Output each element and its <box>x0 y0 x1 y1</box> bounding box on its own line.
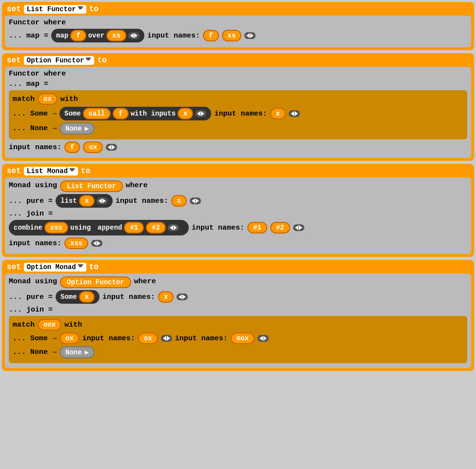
pure-pill-3[interactable]: list x <box>56 194 113 208</box>
map-pill[interactable]: map f over xs <box>51 29 144 42</box>
nav-left-icon <box>170 225 173 230</box>
x-pill-pure[interactable]: x <box>79 195 95 207</box>
xss-pill[interactable]: xss <box>44 222 68 234</box>
map-row: ... map = map f over xs input names: f x… <box>9 29 467 42</box>
match-keyword-2: match <box>13 95 35 103</box>
xs-pill-map[interactable]: xs <box>106 30 126 41</box>
list-text: list <box>60 197 77 205</box>
none-arrow-icon-4: ▶ <box>85 348 89 356</box>
combine-pill[interactable]: combine xss using append #1 #2 <box>9 220 189 235</box>
input-row-3: input names: xss <box>9 237 467 249</box>
nav-arrows-append[interactable] <box>168 224 179 231</box>
nav-arrows-some-4[interactable] <box>161 335 172 342</box>
append-text: append <box>98 224 122 232</box>
block-option-monad: set Option Monad to Monad using Option F… <box>2 260 474 371</box>
map-row-2: ... map = <box>9 80 467 88</box>
xss-input-3[interactable]: xss <box>64 237 88 249</box>
set-label-4: set <box>7 263 21 272</box>
input-names-pure-3: input names: <box>116 197 168 205</box>
to-label-4: to <box>89 263 99 272</box>
input-names-combine: input names: <box>192 224 244 232</box>
nav-arrows-combine-inputs[interactable] <box>293 224 304 231</box>
x-pill-pure-4[interactable]: x <box>79 291 95 303</box>
nav-arrows-pure-inputs[interactable] <box>190 197 201 204</box>
join-row-4: ... join = <box>9 306 467 314</box>
input-names-label-2: input names: <box>9 143 61 152</box>
block3-inner: Monad using List Functor where ... pure … <box>5 177 471 254</box>
to-label-2: to <box>97 56 106 65</box>
map-label: ... map = <box>9 32 48 40</box>
list-functor-ref[interactable]: List Functor <box>60 180 123 192</box>
ox-pill[interactable]: ox <box>38 93 58 105</box>
nav-left-icon <box>99 198 102 203</box>
match-block-2: match ox with ... Some → Some call f wit… <box>9 90 467 139</box>
block2-inner: Functor where ... map = match ox with ..… <box>5 67 471 158</box>
oox-pill[interactable]: oox <box>38 319 61 331</box>
nav-right-icon <box>295 111 298 116</box>
x-input-pure-3[interactable]: x <box>171 195 187 207</box>
x-input-some[interactable]: x <box>270 108 286 119</box>
nav-right-icon <box>196 198 199 203</box>
list-monad-dropdown[interactable]: List Monad <box>24 167 78 176</box>
hash1-pill[interactable]: #1 <box>124 222 144 234</box>
list-functor-dropdown[interactable]: List Functor <box>24 5 86 14</box>
join-label-3: ... join = <box>9 210 53 218</box>
f-input-2[interactable]: f <box>64 141 80 153</box>
with-keyword-2: with <box>60 95 78 103</box>
call-pill[interactable]: call <box>83 108 111 119</box>
nav-arrows-map[interactable] <box>128 32 139 39</box>
f-pill-case[interactable]: f <box>113 108 128 119</box>
oox-input-4[interactable]: oox <box>231 332 255 344</box>
nav-left-icon <box>197 111 200 116</box>
f-pill-map[interactable]: f <box>70 30 86 41</box>
none-pill-2[interactable]: None ▶ <box>60 122 95 135</box>
option-functor-ref[interactable]: Option Functor <box>60 276 131 288</box>
nav-left-icon <box>295 225 298 230</box>
some-case-pill[interactable]: Some call f with inputs x <box>60 107 211 120</box>
some-text-pure: Some <box>60 293 77 301</box>
some-arrow-label-4: ... Some → <box>13 334 57 343</box>
set-label-1: set <box>7 5 21 14</box>
ox-input-some-4[interactable]: ox <box>138 332 158 344</box>
pure-pill-4[interactable]: Some x <box>56 290 99 304</box>
nav-arrows-inputs-1[interactable] <box>244 32 256 39</box>
nav-left-icon <box>178 294 182 299</box>
set-label-2: set <box>7 56 21 65</box>
hash2-pill[interactable]: #2 <box>146 222 166 234</box>
f-input-1[interactable]: f <box>203 30 218 41</box>
hash2-input[interactable]: #2 <box>270 222 290 234</box>
dropdown-arrow-icon-2 <box>85 58 91 63</box>
option-monad-dropdown[interactable]: Option Monad <box>24 263 86 272</box>
list-functor-label: List Functor <box>27 5 76 13</box>
list-monad-label: List Monad <box>27 167 68 175</box>
x-pill-case[interactable]: x <box>178 108 193 119</box>
nav-right-icon <box>182 294 186 299</box>
nav-right-icon <box>201 111 204 116</box>
hash1-input[interactable]: #1 <box>247 222 267 234</box>
nav-arrows-some-inputs[interactable] <box>289 110 300 117</box>
nav-arrows-some[interactable] <box>195 110 206 117</box>
block1-header: set List Functor to <box>5 4 471 16</box>
join-row-3: ... join = <box>9 210 467 218</box>
nav-arrows-pure[interactable] <box>97 197 108 204</box>
ox-input-2[interactable]: ox <box>83 141 103 153</box>
nav-arrows-pure-4[interactable] <box>177 293 188 300</box>
x-input-pure-4[interactable]: x <box>158 291 174 303</box>
none-arrow-icon: ▶ <box>85 124 89 133</box>
xs-input-1[interactable]: xs <box>222 30 242 41</box>
ox-pill-case4[interactable]: ox <box>60 332 79 344</box>
nav-right-icon <box>134 33 138 38</box>
nav-arrows-oox[interactable] <box>258 335 269 342</box>
nav-arrows-inputs-3[interactable] <box>91 240 102 247</box>
nav-left-icon <box>246 33 250 38</box>
nav-arrows-inputs-2[interactable] <box>106 144 117 151</box>
some-case-2: ... Some → Some call f with inputs x inp… <box>13 107 463 120</box>
nav-right-icon <box>167 336 170 341</box>
functor-where-title: Functor where <box>9 19 467 27</box>
append-pill[interactable]: append #1 #2 <box>93 221 184 234</box>
option-functor-dropdown[interactable]: Option Functor <box>24 56 95 65</box>
none-pill-4[interactable]: None ▶ <box>60 346 95 358</box>
nav-left-icon <box>130 33 134 38</box>
join-label-4: ... join = <box>9 306 53 314</box>
nav-right-icon <box>250 33 254 38</box>
